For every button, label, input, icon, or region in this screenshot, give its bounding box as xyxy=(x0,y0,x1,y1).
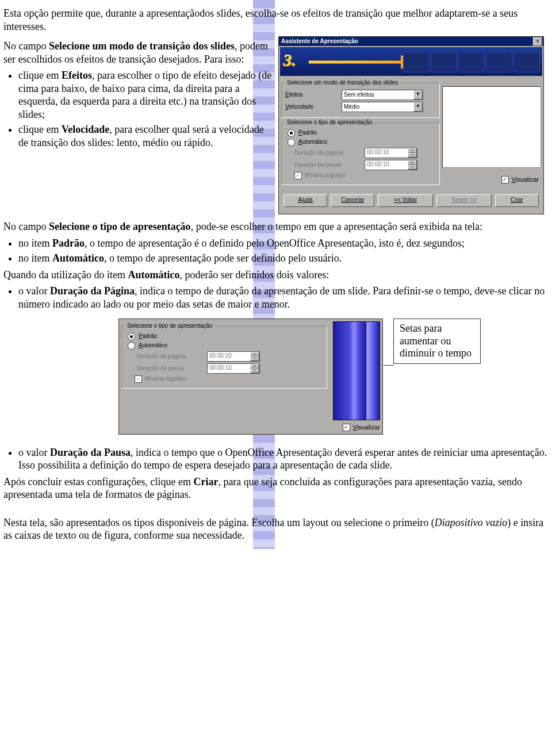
type-panel-screenshot: Selecione o tipo de apresentação Padrão … xyxy=(118,318,383,435)
ajuda-button[interactable]: Ajuda xyxy=(283,194,327,207)
duracao-pausa-label-2: Duração da pausa xyxy=(137,365,201,373)
duracao-pagina-spinner[interactable]: 00:00:10 ▲ ▼ xyxy=(365,148,417,158)
mostrar-logo-label: Mostrar logotipo xyxy=(305,172,346,179)
efeitos-dropdown[interactable]: Sem efeitos ▼ xyxy=(342,90,423,100)
chevron-down-icon[interactable]: ▼ xyxy=(408,153,417,158)
visualizar-checkbox-2[interactable] xyxy=(343,424,350,431)
preview-gradient-column xyxy=(333,321,380,420)
chevron-up-icon[interactable]: ▲ xyxy=(250,364,259,369)
duracao-pagina-label-2: Duração da página xyxy=(137,353,201,360)
radio-padrao-2[interactable] xyxy=(128,333,135,340)
radio-automatico-label: Automático xyxy=(298,139,327,146)
paragraph-intro: Esta opção permite que, durante a aprese… xyxy=(3,7,549,33)
group-type-title: Selecione o tipo de apresentação xyxy=(285,119,374,126)
efeitos-label: Efeitos xyxy=(285,91,337,99)
visualizar-checkbox[interactable] xyxy=(501,176,509,183)
wizard-step3-screenshot: Assistente de Apresentação × 3. Selecion… xyxy=(278,36,544,214)
cancelar-button[interactable]: Cancelar xyxy=(331,194,374,207)
chevron-down-icon[interactable]: ▼ xyxy=(408,165,417,170)
mostrar-logo-checkbox[interactable] xyxy=(294,172,302,179)
radio-padrao[interactable] xyxy=(288,129,295,137)
paragraph-criar: Após concluir estas configurações, cliqu… xyxy=(3,475,549,501)
wizard-step-number: 3. xyxy=(283,49,297,71)
chevron-down-icon[interactable]: ▼ xyxy=(250,369,259,373)
velocidade-dropdown[interactable]: Médio ▼ xyxy=(342,102,423,112)
list-item-automatico: no item Automático, o tempo de apresenta… xyxy=(18,252,549,265)
duracao-pausa-label: Duração da pausa xyxy=(294,162,359,169)
banner-thumbnails xyxy=(403,52,540,72)
radio-automatico-2[interactable] xyxy=(128,342,135,350)
mostrar-logo-label-2: Mostrar logotipo xyxy=(145,375,186,383)
duracao-pagina-label: Duração da página xyxy=(294,149,359,157)
duracao-pausa-spinner[interactable]: 00:00:10 ▲ ▼ xyxy=(365,160,417,170)
close-icon[interactable]: × xyxy=(533,37,542,46)
preview-pane xyxy=(442,86,541,168)
radio-automatico-label-2: Automático xyxy=(139,342,167,350)
visualizar-label-2: Visualizar xyxy=(353,424,381,432)
wizard-title: Assistente de Apresentação xyxy=(280,38,358,45)
group-type-title-2: Selecione o tipo de apresentação xyxy=(125,323,214,330)
radio-automatico[interactable] xyxy=(288,139,295,146)
chevron-up-icon[interactable]: ▲ xyxy=(408,160,417,165)
callout-arrows-time: Setas para aumentar ou diminuir o tempo xyxy=(393,318,481,364)
voltar-button[interactable]: << Voltar xyxy=(378,194,433,207)
chevron-up-icon[interactable]: ▲ xyxy=(408,148,417,153)
radio-padrao-label: Padrão xyxy=(298,129,317,137)
radio-padrao-label-2: Padrão xyxy=(139,333,157,340)
visualizar-label: Visualizar xyxy=(512,176,539,184)
chevron-down-icon[interactable]: ▼ xyxy=(250,356,259,361)
list-item-duracao-pausa: o valor Duração da Pausa, indica o tempo… xyxy=(18,446,549,472)
duracao-pausa-spinner-2[interactable]: 00:00:10 ▲ ▼ xyxy=(207,363,260,374)
chevron-down-icon[interactable]: ▼ xyxy=(413,102,423,112)
list-item-velocidade: clique em Velocidade, para escolher qual… xyxy=(18,123,273,149)
paragraph-select-mode: No campo Selecione um modo de transição … xyxy=(3,40,273,66)
paragraph-layouts: Nesta tela, são apresentados os tipos di… xyxy=(3,516,549,542)
mostrar-logo-checkbox-2[interactable] xyxy=(135,375,142,383)
paragraph-select-type: No campo Selecione o tipo de apresentaçã… xyxy=(3,220,549,233)
chevron-up-icon[interactable]: ▲ xyxy=(250,352,259,356)
list-item-padrao: no item Padrão, o tempo de apresentação … xyxy=(18,237,549,250)
duracao-pagina-spinner-2[interactable]: 00:00:10 ▲ ▼ xyxy=(207,351,260,362)
seguir-button: Seguir >> xyxy=(436,194,492,207)
chevron-down-icon[interactable]: ▼ xyxy=(413,90,423,99)
paragraph-automatico-values: Quando da utilização do item Automático,… xyxy=(3,268,549,282)
criar-button[interactable]: Criar xyxy=(495,194,539,207)
velocidade-label: Velocidade xyxy=(285,103,337,111)
list-item-duracao-pagina: o valor Duração da Página, indica o temp… xyxy=(18,285,549,310)
list-item-efeitos: clique em Efeitos, para escolher o tipo … xyxy=(18,69,273,121)
group-transition-title: Selecione um modo de transição dos slide… xyxy=(285,79,400,87)
